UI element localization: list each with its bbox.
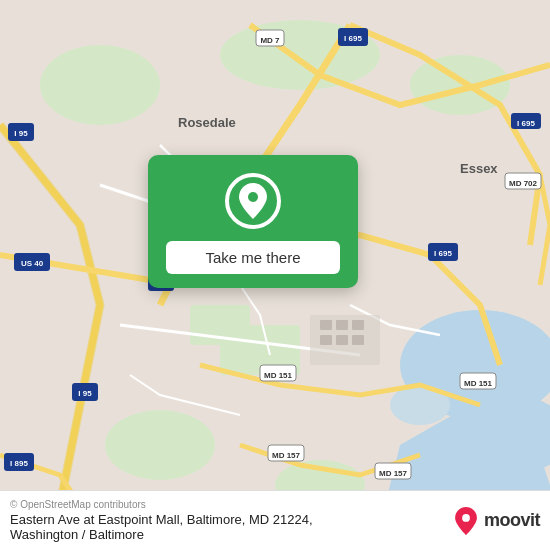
svg-rect-46 bbox=[320, 335, 332, 345]
svg-rect-47 bbox=[336, 335, 348, 345]
svg-text:I 95: I 95 bbox=[14, 129, 28, 138]
svg-rect-44 bbox=[336, 320, 348, 330]
svg-text:Essex: Essex bbox=[460, 161, 498, 176]
svg-point-7 bbox=[410, 55, 510, 115]
moovit-pin-icon bbox=[452, 507, 480, 535]
svg-rect-43 bbox=[320, 320, 332, 330]
moovit-logo: moovit bbox=[452, 507, 540, 535]
map-attribution: © OpenStreetMap contributors bbox=[10, 499, 313, 510]
map-container: I 95 I 95 I 95 MD 7 I 695 I 695 MD 702 U… bbox=[0, 0, 550, 550]
svg-rect-45 bbox=[352, 320, 364, 330]
svg-text:MD 157: MD 157 bbox=[379, 469, 408, 478]
svg-text:I 695: I 695 bbox=[517, 119, 535, 128]
bottom-left: © OpenStreetMap contributors Eastern Ave… bbox=[10, 499, 313, 542]
moovit-wordmark: moovit bbox=[484, 510, 540, 531]
svg-text:I 95: I 95 bbox=[78, 389, 92, 398]
svg-text:MD 157: MD 157 bbox=[272, 451, 301, 460]
svg-text:MD 702: MD 702 bbox=[509, 179, 538, 188]
svg-text:US 40: US 40 bbox=[21, 259, 44, 268]
action-card: Take me there bbox=[148, 155, 358, 288]
svg-text:MD 7: MD 7 bbox=[260, 36, 280, 45]
svg-point-8 bbox=[105, 410, 215, 480]
svg-text:MD 151: MD 151 bbox=[464, 379, 493, 388]
svg-text:I 695: I 695 bbox=[344, 34, 362, 43]
svg-point-5 bbox=[40, 45, 160, 125]
svg-rect-48 bbox=[352, 335, 364, 345]
bottom-bar: © OpenStreetMap contributors Eastern Ave… bbox=[0, 490, 550, 550]
svg-text:MD 151: MD 151 bbox=[264, 371, 293, 380]
location-pin-icon bbox=[225, 173, 281, 229]
svg-text:I 695: I 695 bbox=[434, 249, 452, 258]
svg-point-50 bbox=[462, 514, 470, 522]
svg-text:I 895: I 895 bbox=[10, 459, 28, 468]
take-me-there-button[interactable]: Take me there bbox=[166, 241, 340, 274]
svg-text:Rosedale: Rosedale bbox=[178, 115, 236, 130]
location-title: Eastern Ave at Eastpoint Mall, Baltimore… bbox=[10, 512, 313, 542]
svg-point-49 bbox=[248, 192, 258, 202]
